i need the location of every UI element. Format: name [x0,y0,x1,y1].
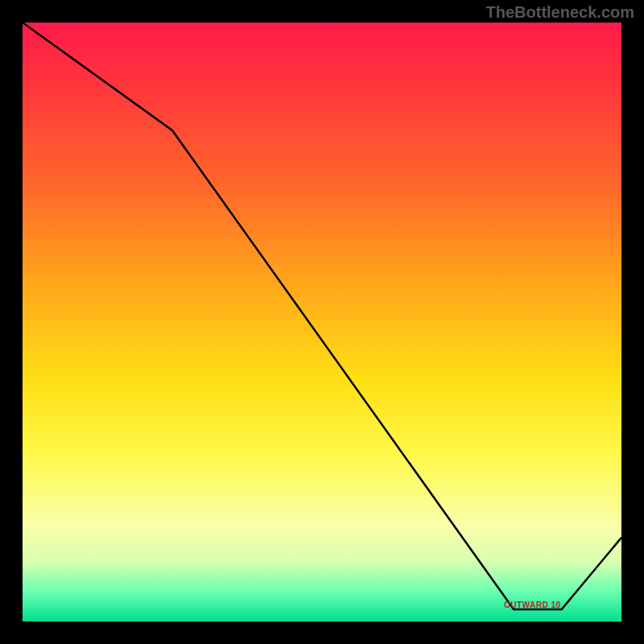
plot-area: OUTWARD 10 [23,23,621,621]
bottleneck-curve [23,23,621,621]
outward-annotation: OUTWARD 10 [504,601,561,609]
attribution-text: TheBottleneck.com [486,3,634,22]
